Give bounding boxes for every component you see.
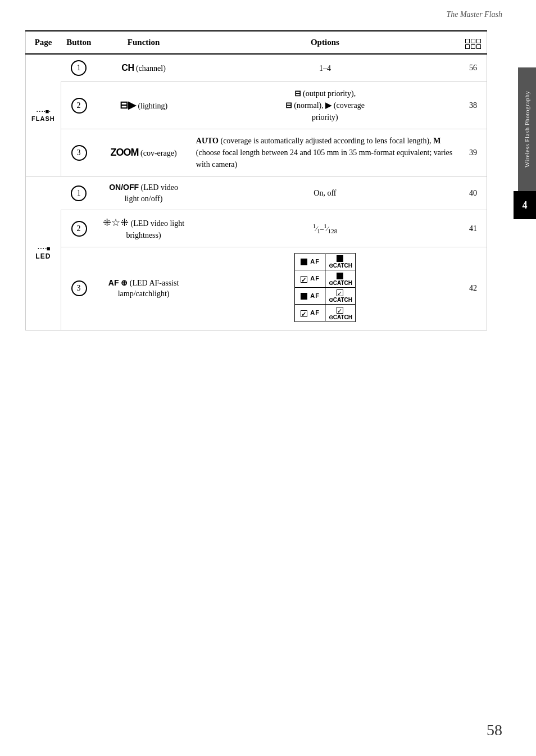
function-zoom: ZOOM (cov-erage)	[97, 129, 190, 176]
function-lighting: ⊟▶ (lighting)	[97, 82, 190, 129]
catch-box-check-4: ✓	[337, 307, 343, 314]
col-header-icon	[460, 31, 487, 54]
page-ref-56: 56	[460, 54, 487, 82]
circle-led-3: 3	[71, 280, 87, 296]
function-brightness: ⁜☆⁜ (LED video light brightness)	[97, 210, 190, 247]
circle-1: 1	[71, 60, 87, 76]
function-onoff: ON/OFF (LED video light on/off)	[97, 176, 190, 210]
table-row: ····■· FLASH 1 CH (channel) 1–4	[26, 54, 487, 82]
flash-page-label: ····■· FLASH	[26, 54, 61, 176]
page-ref-39: 39	[460, 129, 487, 176]
button-led-2: 2	[61, 210, 97, 247]
col-header-page: Page	[26, 31, 61, 54]
led-page-label: ····■ LED	[26, 176, 61, 331]
led-dots-icon: ····■	[31, 246, 55, 251]
circle-2: 2	[71, 98, 87, 114]
catch-box-filled-2	[337, 273, 343, 279]
reference-table: Page Button Function Options	[25, 30, 487, 331]
options-onoff: On, off	[190, 176, 460, 210]
af-catch-container: AF ⊙CATCH ✓	[294, 253, 356, 322]
sidebar-tab: Wireless Flash Photography	[518, 67, 536, 191]
options-brightness: 1⁄1–1⁄128	[190, 210, 460, 247]
circle-led-1: 1	[71, 185, 87, 201]
page-header: The Master Flash	[0, 0, 536, 25]
chapter-number: 4	[523, 200, 528, 211]
function-ch: CH (channel)	[97, 54, 190, 82]
catch-box-check-3: ✓	[337, 289, 343, 296]
af-catch-table: AF ⊙CATCH ✓	[294, 253, 356, 322]
circle-led-2: 2	[71, 221, 87, 237]
col-header-options: Options	[190, 31, 460, 54]
table-row: 3 ZOOM (cov-erage) AUTO (coverage is aut…	[26, 129, 487, 176]
page-ref-38: 38	[460, 82, 487, 129]
button-led-3: 3	[61, 247, 97, 330]
button-3: 3	[61, 129, 97, 176]
flash-dots-icon: ····■·	[31, 108, 55, 114]
table-row: 2 ⊟▶ (lighting) ⊟ (output priority), ⊟ (…	[26, 82, 487, 129]
af-catch-row-4: ✓ AF ✓ ⊙CATCH	[294, 305, 355, 322]
options-af-catch: AF ⊙CATCH ✓	[190, 247, 460, 330]
options-ch: 1–4	[190, 54, 460, 82]
af-catch-row-2: ✓ AF ⊙CATCH	[294, 270, 355, 287]
page-wrapper: Wireless Flash Photography 4 The Master …	[0, 0, 536, 756]
page-number: 58	[487, 721, 502, 739]
options-lighting: ⊟ (output priority), ⊟ (normal), ▶ (cove…	[190, 82, 460, 129]
af-box-filled-1	[301, 259, 307, 265]
main-content: Page Button Function Options	[0, 25, 518, 342]
function-af: AF ⊕ (LED AF-assist lamp/catchlight)	[97, 247, 190, 330]
options-zoom: AUTO (coverage is automatically adjusted…	[190, 129, 460, 176]
af-catch-row-1: AF ⊙CATCH	[294, 253, 355, 270]
page-ref-41: 41	[460, 210, 487, 247]
header-title: The Master Flash	[446, 10, 502, 19]
table-row: 3 AF ⊕ (LED AF-assist lamp/catchlight)	[26, 247, 487, 330]
grid-icon	[465, 39, 481, 49]
af-box-check-2: ✓	[301, 276, 307, 283]
button-1: 1	[61, 54, 97, 82]
page-ref-40: 40	[460, 176, 487, 210]
af-box-check-4: ✓	[301, 310, 307, 317]
chapter-tab: 4	[514, 191, 536, 219]
table-row: 2 ⁜☆⁜ (LED video light brightness) 1⁄1–1…	[26, 210, 487, 247]
sidebar-label: Wireless Flash Photography	[524, 91, 530, 168]
page-ref-42: 42	[460, 247, 487, 330]
circle-3: 3	[71, 145, 87, 161]
catch-box-filled-1	[337, 255, 343, 262]
af-catch-row-3: AF ✓ ⊙CATCH	[294, 287, 355, 304]
af-box-filled-3	[301, 293, 307, 300]
button-2: 2	[61, 82, 97, 129]
col-header-function: Function	[97, 31, 190, 54]
col-header-button: Button	[61, 31, 97, 54]
button-led-1: 1	[61, 176, 97, 210]
table-row: ····■ LED 1 ON/OFF (LED video light on/o…	[26, 176, 487, 210]
